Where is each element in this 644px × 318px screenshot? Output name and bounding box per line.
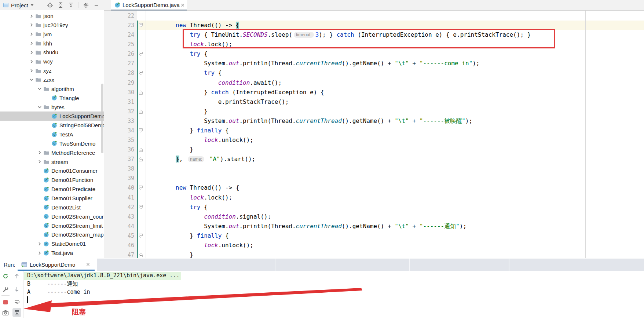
camera-icon[interactable] [2,310,9,316]
code-line-41[interactable]: 41 lock.lock(); [104,193,644,202]
fold-start-icon[interactable] [139,233,143,238]
arrow-up-icon[interactable] [14,273,20,279]
code-line-26[interactable]: 26 try { [104,49,644,59]
chevron-right-icon[interactable] [28,22,35,28]
tree-item-zzxx[interactable]: zzxx [0,75,104,84]
tree-item-demo02stream_count[interactable]: cDemo02Stream_count [0,212,104,221]
editor-tab-locksupportdemo[interactable]: c LockSupportDemo.java [111,0,187,11]
chevron-right-icon[interactable] [28,59,35,65]
project-tree[interactable]: jsonjuc2019zyjvmkhhshuduwcyxyzzzxxalgori… [0,10,104,258]
fold-end-icon[interactable] [139,109,143,114]
tree-item-bytes[interactable]: bytes [0,103,104,112]
expand-all-icon[interactable] [58,2,63,8]
code-line-39[interactable]: 39 [104,173,644,183]
fold-start-icon[interactable] [139,70,143,76]
chevron-right-icon[interactable] [28,40,35,46]
code-editor[interactable]: 2223 new Thread(() -> {24 try { TimeUnit… [104,11,644,258]
code-line-45[interactable]: 45 } finally { [104,231,644,241]
code-line-29[interactable]: 29 condition.await(); [104,78,644,88]
tree-item-staticdome01[interactable]: cStaticDome01 [0,239,104,248]
code-line-24[interactable]: 24 try { TimeUnit.SECONDS.sleep(timeout:… [104,30,644,40]
tree-item-demo01consumer[interactable]: cDemo01Consumer [0,166,104,175]
code-line-34[interactable]: 34 } finally { [104,126,644,135]
fold-start-icon[interactable] [139,205,143,210]
code-line-33[interactable]: 33 System.out.println(Thread.currentThre… [104,116,644,126]
tree-item-json[interactable]: json [0,11,104,21]
code-line-44[interactable]: 44 System.out.println(Thread.currentThre… [104,222,644,231]
fold-end-icon[interactable] [139,147,143,152]
chevron-right-icon[interactable] [36,159,43,165]
fold-start-icon[interactable] [139,23,143,28]
tree-item-stream[interactable]: stream [0,157,104,167]
soft-wrap-icon[interactable] [14,299,20,306]
tree-item-demo02stream_limit[interactable]: cDemo02Stream_limit [0,221,104,230]
code-line-37[interactable]: 37 }, name: "A").start(); [104,154,644,164]
tree-item-wcy[interactable]: wcy [0,57,104,66]
tree-item-demo02stream_map[interactable]: cDemo02Stream_map [0,230,104,239]
tree-item-algorithm[interactable]: algorithm [0,84,104,94]
chevron-right-icon[interactable] [28,68,35,74]
tree-item-shudu[interactable]: shudu [0,48,104,57]
chevron-down-icon[interactable] [36,86,43,92]
fold-start-icon[interactable] [139,128,143,133]
close-icon[interactable] [181,3,184,7]
wrench-icon[interactable] [2,286,9,293]
fold-end-icon[interactable] [139,252,143,257]
project-tree-scrollbar[interactable] [101,84,103,153]
fold-end-icon[interactable] [139,90,143,95]
chevron-right-icon[interactable] [28,13,35,19]
chevron-down-icon[interactable] [28,77,35,83]
code-line-30[interactable]: 30 } catch (InterruptedException e) { [104,88,644,97]
chevron-down-icon[interactable] [36,104,43,110]
scroll-to-end-icon[interactable] [12,308,21,317]
hide-panel-icon[interactable] [94,2,99,8]
code-line-38[interactable]: 38 [104,164,644,173]
code-line-40[interactable]: 40 new Thread(() -> { [104,183,644,193]
tree-item-triangle[interactable]: cTriangle [0,94,104,103]
chevron-right-icon[interactable] [28,31,35,37]
tree-item-testa[interactable]: cTestA [0,130,104,139]
tree-item-test.java[interactable]: cTest.java [0,248,104,257]
run-tab-locksupportdemo[interactable]: LockSupportDemo [18,259,95,271]
code-line-31[interactable]: 31 e.printStackTrace(); [104,97,644,107]
chevron-right-icon[interactable] [36,250,43,256]
tree-item-demo01predicate[interactable]: cDemo01Predicate [0,184,104,194]
code-line-43[interactable]: 43 condition.signal(); [104,212,644,222]
stop-icon[interactable] [2,299,9,306]
code-line-23[interactable]: 23 new Thread(() -> { [104,21,644,30]
tree-item-juc2019zy[interactable]: juc2019zy [0,21,104,30]
tree-item-demo01supplier[interactable]: cDemo01Supplier [0,194,104,203]
code-line-46[interactable]: 46 lock.unlock(); [104,241,644,250]
code-line-28[interactable]: 28 try { [104,68,644,78]
code-line-32[interactable]: 32 } [104,107,644,116]
code-line-35[interactable]: 35 lock.unlock(); [104,135,644,145]
code-line-36[interactable]: 36 } [104,145,644,154]
rerun-icon[interactable] [2,273,9,279]
close-icon[interactable] [86,263,90,266]
code-line-47[interactable]: 47 } [104,250,644,258]
fold-start-icon[interactable] [139,51,143,56]
run-console[interactable]: D:\software\Java\jdk1.8.0_221\bin\java.e… [24,271,644,318]
arrow-down-icon[interactable] [14,286,20,293]
tree-item-demo01function[interactable]: cDemo01Function [0,175,104,184]
tree-item-xyz[interactable]: xyz [0,66,104,75]
tree-item-stringpool58demo[interactable]: cStringPool58Demo [0,121,104,130]
tree-item-khh[interactable]: khh [0,39,104,48]
code-line-42[interactable]: 42 try { [104,202,644,212]
tree-item-locksupportdemo[interactable]: cLockSupportDemo [0,112,104,121]
fold-start-icon[interactable] [139,185,143,190]
chevron-right-icon[interactable] [28,50,35,55]
chevron-right-icon[interactable] [36,241,43,247]
locate-icon[interactable] [47,2,53,8]
tree-item-demo02list[interactable]: cDemo02List [0,203,104,212]
chevron-down-icon[interactable] [30,4,34,6]
fold-end-icon[interactable] [139,157,143,162]
code-line-25[interactable]: 25 lock.lock(); [104,40,644,49]
tree-item-jvm[interactable]: jvm [0,30,104,39]
code-line-27[interactable]: 27 System.out.println(Thread.currentThre… [104,59,644,68]
collapse-all-icon[interactable] [68,2,74,8]
tree-item-methodreference[interactable]: MethodReference [0,148,104,157]
settings-gear-icon[interactable] [83,2,89,8]
chevron-right-icon[interactable] [36,150,43,156]
code-line-22[interactable]: 22 [104,11,644,21]
